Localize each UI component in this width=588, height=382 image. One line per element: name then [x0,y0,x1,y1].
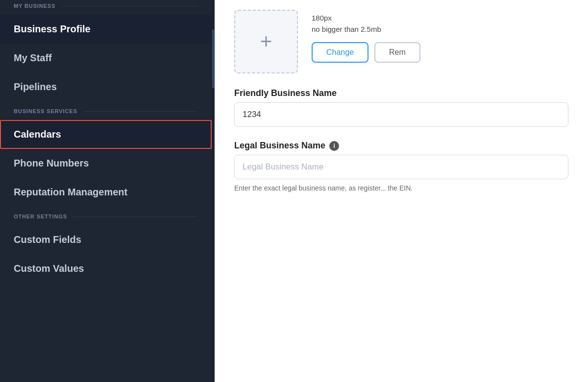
size-hint-dimensions: 180px [312,14,420,22]
change-button[interactable]: Change [312,42,368,63]
friendly-business-name-input[interactable] [234,102,568,127]
section-other-settings: OTHER SETTINGS [0,211,212,225]
sidebar-item-phone-numbers[interactable]: Phone Numbers [0,149,212,178]
sidebar-item-pipelines[interactable]: Pipelines [0,72,212,101]
sidebar-item-custom-values[interactable]: Custom Values [0,254,212,283]
info-icon[interactable]: i [329,141,339,151]
upload-buttons: Change Rem [312,42,420,63]
section-business-services: BUSINESS SERVICES [0,105,212,120]
size-hint-filesize: no bigger than 2.5mb [312,25,420,33]
section-divider [83,111,198,112]
sidebar-item-business-profile[interactable]: Business Profile [0,15,212,44]
sidebar-item-reputation-management[interactable]: Reputation Management [0,178,212,207]
sidebar-item-label: Calendars [14,129,61,140]
sidebar-item-label: Custom Fields [14,234,81,245]
friendly-business-name-label: Friendly Business Name [234,88,568,98]
sidebar-item-label: Business Profile [14,24,91,34]
upload-box[interactable]: + [234,10,298,73]
sidebar-item-label: Reputation Management [14,187,127,197]
legal-business-name-hint: Enter the exact legal business name, as … [234,183,568,193]
sidebar: MY BUSINESS Business Profile My Staff Pi… [0,0,212,382]
sidebar-item-label: Custom Values [14,263,84,274]
section-label-my-business: MY BUSINESS [14,3,55,9]
section-label-business-services: BUSINESS SERVICES [14,108,77,114]
section-divider [73,216,198,217]
legal-business-name-label-row: Legal Business Name i [234,141,568,151]
sidebar-item-calendars[interactable]: Calendars [0,120,212,149]
sidebar-item-custom-fields[interactable]: Custom Fields [0,225,212,254]
upload-plus-icon: + [260,31,272,52]
sidebar-item-my-staff[interactable]: My Staff [0,44,212,72]
upload-section: + 180px no bigger than 2.5mb Change Rem [234,0,568,88]
legal-business-name-field: Legal Business Name i Enter the exact le… [234,141,568,193]
section-label-other-settings: OTHER SETTINGS [14,214,67,219]
main-content: + 180px no bigger than 2.5mb Change Rem … [215,0,588,382]
scroll-thumb [212,29,214,88]
sidebar-item-label: Phone Numbers [14,158,89,168]
scroll-indicator[interactable] [212,0,215,382]
legal-business-name-label: Legal Business Name [234,141,325,151]
section-my-business: MY BUSINESS [0,0,212,15]
section-divider [61,6,198,6]
upload-info: 180px no bigger than 2.5mb Change Rem [312,10,420,63]
remove-button[interactable]: Rem [374,42,420,63]
friendly-business-name-field: Friendly Business Name [234,88,568,127]
sidebar-item-label: My Staff [14,52,52,63]
form-section: Friendly Business Name Legal Business Na… [234,88,568,213]
legal-business-name-input[interactable] [234,155,568,179]
sidebar-item-label: Pipelines [14,81,57,92]
